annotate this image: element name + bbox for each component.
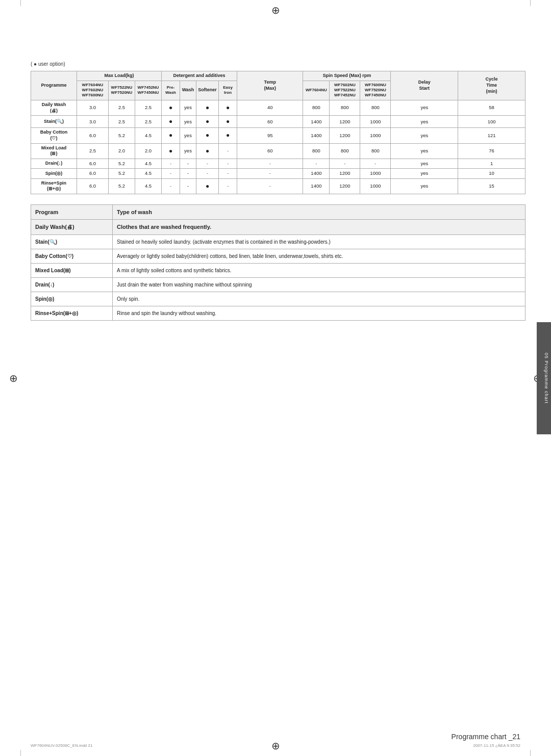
table-cell: 1200	[330, 116, 360, 128]
table-cell: yes	[391, 178, 458, 194]
desc-row: Daily Wash(🖨)Clothes that are washed fre…	[31, 220, 525, 235]
table-cell: -	[237, 159, 303, 168]
table-cell: 5.2	[109, 159, 135, 168]
table-cell	[219, 116, 237, 128]
col-programme: Programme	[31, 71, 77, 100]
desc-program-label: Drain(↓)	[31, 277, 113, 292]
table-cell: 3.0	[77, 116, 109, 128]
table-row: Baby Cotton(♡)6.05.24.5yes95140012001000…	[31, 128, 525, 143]
desc-text: Stained or heavily soiled laundry. (acti…	[113, 234, 525, 249]
user-option-note: ( ● user option)	[31, 61, 525, 67]
table-cell: 1200	[330, 169, 360, 178]
desc-row: Spin(◎)Only spin.	[31, 292, 525, 306]
col-spin: Spin Speed (Max) rpm	[303, 71, 391, 81]
col-softener: Softener	[196, 81, 219, 100]
desc-program-label: Stain(🔍)	[31, 234, 113, 249]
table-cell: -	[219, 159, 237, 168]
table-cell: 5.2	[109, 128, 135, 143]
table-cell: -	[196, 159, 219, 168]
table-cell: 2.5	[135, 116, 162, 128]
table-cell: 800	[303, 100, 330, 115]
description-table: Program Type of wash Daily Wash(🖨)Clothe…	[31, 204, 525, 321]
table-cell: 3.0	[77, 100, 109, 115]
table-cell: -	[162, 169, 180, 178]
bottom-center-icon: ⊕	[271, 740, 280, 752]
table-cell	[162, 100, 180, 115]
desc-program-label: Baby Cotton(♡)	[31, 249, 113, 263]
desc-program-label: Mixed Load(⊞)	[31, 263, 113, 277]
programme-name: Rinse+Spin(⊞+◎)	[31, 178, 77, 194]
desc-row: Drain(↓)Just drain the water from washin…	[31, 277, 525, 292]
table-cell: 800	[360, 100, 391, 115]
table-cell: -	[219, 169, 237, 178]
table-cell: 2.0	[109, 143, 135, 159]
desc-program-label: Rinse+Spin(⊞+◎)	[31, 306, 113, 320]
table-cell: yes	[391, 169, 458, 178]
table-cell: -	[237, 169, 303, 178]
table-cell	[196, 143, 219, 159]
left-binding-mark: ⊕	[9, 372, 18, 384]
table-cell	[219, 100, 237, 115]
table-cell: -	[360, 159, 391, 168]
col-maxload: Max Load(kg)	[77, 71, 162, 81]
table-cell	[196, 116, 219, 128]
table-cell: -	[196, 169, 219, 178]
table-cell: 76	[458, 143, 525, 159]
table-cell: 4.5	[135, 169, 162, 178]
col-prewash: Pre-Wash	[162, 81, 180, 100]
table-cell: 60	[237, 116, 303, 128]
col-wash: Wash	[180, 81, 196, 100]
table-cell: 2.0	[135, 143, 162, 159]
col-spin2: WF7602NUWF7522NUWF7452NU	[330, 81, 360, 100]
table-cell: -	[180, 178, 196, 194]
table-cell: 1000	[360, 169, 391, 178]
table-row: Rinse+Spin(⊞+◎)6.05.24.5----140012001000…	[31, 178, 525, 194]
table-cell: yes	[180, 143, 196, 159]
table-cell: 2.5	[109, 100, 135, 115]
table-cell: yes	[180, 100, 196, 115]
table-cell: yes	[391, 116, 458, 128]
programme-name: Daily Wash(🖨)	[31, 100, 77, 115]
main-content: ( ● user option) Programme Max Load(kg) …	[31, 61, 525, 725]
chapter-tab: 05 Programme chart	[537, 322, 551, 434]
table-cell: 1400	[303, 169, 330, 178]
programme-name: Stain(🔍)	[31, 116, 77, 128]
table-cell: -	[180, 159, 196, 168]
col-spin1: WF7604NU	[303, 81, 330, 100]
table-cell: 2.5	[135, 100, 162, 115]
desc-header-type: Type of wash	[113, 204, 525, 220]
desc-text: Rinse and spin the laundry without washi…	[113, 306, 525, 320]
table-cell: 1000	[360, 116, 391, 128]
col-temp: Temp(Max)	[237, 71, 303, 100]
table-cell	[219, 128, 237, 143]
table-cell: 60	[237, 143, 303, 159]
desc-text: A mix of lightly soiled cottons and synt…	[113, 263, 525, 277]
table-row: Mixed Load(⊞)2.52.02.0yes-60800800800yes…	[31, 143, 525, 159]
table-cell: -	[180, 169, 196, 178]
table-cell: 58	[458, 100, 525, 115]
table-cell: yes	[391, 128, 458, 143]
table-cell: 2.5	[77, 143, 109, 159]
page-number: Programme chart _21	[452, 733, 520, 741]
desc-row: Mixed Load(⊞)A mix of lightly soiled cot…	[31, 263, 525, 277]
table-cell: -	[219, 178, 237, 194]
desc-text: Clothes that are washed frequently.	[113, 220, 525, 235]
table-cell: 6.0	[77, 159, 109, 168]
desc-text: Only spin.	[113, 292, 525, 306]
desc-text: Averagely or lightly soiled baby(childre…	[113, 249, 525, 263]
footer-filename: WF7604NUV-02506C_EN.indd 21	[31, 743, 92, 748]
table-cell: yes	[180, 128, 196, 143]
table-cell: 6.0	[77, 169, 109, 178]
col-load3: WF7452NUWF7450NU	[135, 81, 162, 100]
table-cell: 1200	[330, 178, 360, 194]
table-cell: 6.0	[77, 128, 109, 143]
programme-name: Spin(◎)	[31, 169, 77, 178]
table-row: Stain(🔍)3.02.52.5yes60140012001000yes100	[31, 116, 525, 128]
table-cell: 4.5	[135, 128, 162, 143]
top-center-icon: ⊕	[271, 4, 280, 16]
col-load1: WF7604NUWF7602NUWF7600NU	[77, 81, 109, 100]
table-cell	[196, 128, 219, 143]
table-cell: 1000	[360, 178, 391, 194]
programme-table: Programme Max Load(kg) Detergent and add…	[31, 71, 525, 194]
col-delay: DelayStart	[391, 71, 458, 100]
